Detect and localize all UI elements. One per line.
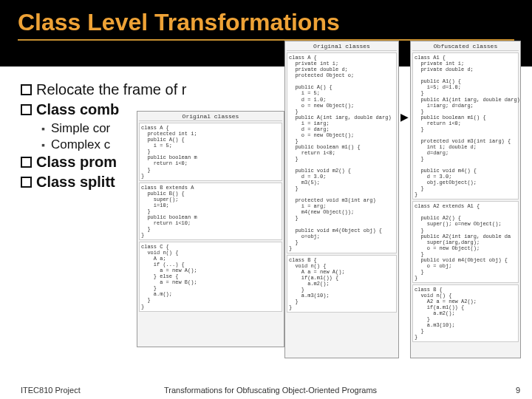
footer: ITEC810 Project Transformations for Obfu… [21,386,520,395]
code-block: class B { void n() { A2 a = new A2(); if… [412,284,519,342]
sub-bullet-text: Complex c [51,137,110,152]
diagram-title: Original classes [287,43,397,51]
code-block: class B extends A public B() { super(); … [139,183,282,240]
dash-icon: ▪ [41,123,45,134]
diagram-original-tall: Original classes class A { private int i… [284,41,399,358]
diagram-obfuscated: Obfuscated classes class A1 { private in… [410,41,521,358]
arrow-right-icon: ▶ [400,111,409,123]
code-block: class B { void n() { A a = new A(); if(a… [287,255,397,313]
code-block: class A2 extends A1 { public A2() { supe… [412,201,519,283]
code-block: class C { void n() { A a; if (...) { a =… [139,242,282,312]
code-block: class A { private int i; private double … [287,52,397,253]
bullet-text: Class comb [36,101,119,118]
sub-bullet-text: Simple cor [51,121,110,136]
box-icon [21,104,32,115]
box-icon [21,84,32,95]
diagram-title: Obfuscated classes [412,43,519,51]
box-icon [21,177,32,188]
bullet-text: Class prom [36,154,117,171]
slide-title: Class Level Transformations [18,9,514,41]
box-icon [21,157,32,168]
diagram-original-small: Original classes class A { protected int… [137,111,284,347]
footer-center: Transformations for Obfuscating Object-O… [164,386,377,395]
bullet-text: Relocate the frame of r [36,81,186,98]
diagram-title: Original classes [139,113,282,121]
dash-icon: ▪ [41,139,45,151]
code-block: class A { protected int i; public A() { … [139,123,282,180]
code-block: class A1 { private int i; private double… [412,52,519,200]
footer-left: ITEC810 Project [21,386,81,395]
footer-right: 9 [516,386,520,395]
bullet-text: Class splitt [36,174,115,191]
